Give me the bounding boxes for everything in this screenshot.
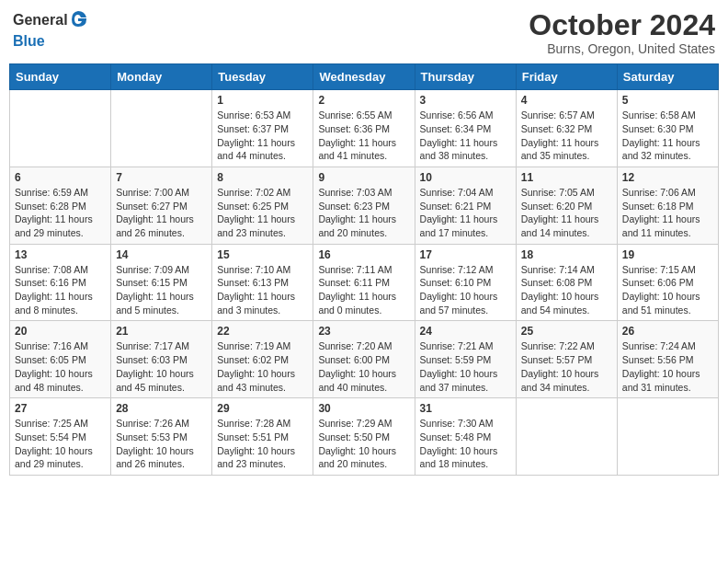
day-number: 23 (318, 325, 409, 338)
logo: General Blue (13, 9, 88, 50)
calendar-table: SundayMondayTuesdayWednesdayThursdayFrid… (9, 63, 719, 476)
logo-text-general: General (13, 12, 68, 28)
calendar-cell: 10Sunrise: 7:04 AM Sunset: 6:21 PM Dayli… (415, 167, 516, 244)
calendar-week-row: 13Sunrise: 7:08 AM Sunset: 6:16 PM Dayli… (10, 244, 719, 321)
day-info: Sunrise: 7:09 AM Sunset: 6:15 PM Dayligh… (116, 263, 207, 317)
day-number: 11 (521, 171, 612, 184)
day-number: 20 (15, 325, 106, 338)
day-number: 16 (318, 248, 409, 261)
calendar-cell: 21Sunrise: 7:17 AM Sunset: 6:03 PM Dayli… (111, 321, 212, 398)
weekday-header: Thursday (415, 64, 516, 90)
calendar-cell (516, 398, 617, 476)
logo-icon (68, 9, 88, 29)
day-number: 7 (116, 171, 207, 184)
calendar-header-row: SundayMondayTuesdayWednesdayThursdayFrid… (10, 64, 719, 90)
calendar-cell: 2Sunrise: 6:55 AM Sunset: 6:36 PM Daylig… (313, 90, 415, 167)
day-number: 14 (116, 248, 207, 261)
calendar-cell: 28Sunrise: 7:26 AM Sunset: 5:53 PM Dayli… (111, 398, 212, 476)
calendar-cell (111, 90, 212, 167)
calendar-cell: 5Sunrise: 6:58 AM Sunset: 6:30 PM Daylig… (617, 90, 718, 167)
calendar-cell: 14Sunrise: 7:09 AM Sunset: 6:15 PM Dayli… (111, 244, 212, 321)
calendar-cell: 29Sunrise: 7:28 AM Sunset: 5:51 PM Dayli… (212, 398, 313, 476)
calendar-cell: 15Sunrise: 7:10 AM Sunset: 6:13 PM Dayli… (212, 244, 313, 321)
day-info: Sunrise: 7:17 AM Sunset: 6:03 PM Dayligh… (116, 339, 207, 394)
day-number: 4 (521, 94, 612, 107)
calendar-cell: 31Sunrise: 7:30 AM Sunset: 5:48 PM Dayli… (415, 398, 516, 476)
day-number: 1 (217, 94, 308, 107)
weekday-header: Sunday (10, 64, 111, 90)
calendar-cell: 6Sunrise: 6:59 AM Sunset: 6:28 PM Daylig… (10, 167, 111, 244)
calendar-cell: 16Sunrise: 7:11 AM Sunset: 6:11 PM Dayli… (313, 244, 415, 321)
calendar-cell: 8Sunrise: 7:02 AM Sunset: 6:25 PM Daylig… (212, 167, 313, 244)
day-number: 10 (420, 171, 511, 184)
day-number: 25 (521, 325, 612, 338)
calendar-week-row: 20Sunrise: 7:16 AM Sunset: 6:05 PM Dayli… (10, 321, 719, 398)
calendar-cell: 9Sunrise: 7:03 AM Sunset: 6:23 PM Daylig… (313, 167, 415, 244)
calendar-cell: 3Sunrise: 6:56 AM Sunset: 6:34 PM Daylig… (415, 90, 516, 167)
day-info: Sunrise: 7:28 AM Sunset: 5:51 PM Dayligh… (217, 417, 308, 471)
day-info: Sunrise: 7:20 AM Sunset: 6:00 PM Dayligh… (318, 339, 409, 394)
day-info: Sunrise: 7:30 AM Sunset: 5:48 PM Dayligh… (420, 417, 511, 471)
calendar-cell: 13Sunrise: 7:08 AM Sunset: 6:16 PM Dayli… (10, 244, 111, 321)
day-number: 3 (420, 94, 511, 107)
day-number: 18 (521, 248, 612, 261)
day-number: 22 (217, 325, 308, 338)
day-info: Sunrise: 7:22 AM Sunset: 5:57 PM Dayligh… (521, 339, 612, 394)
day-number: 24 (420, 325, 511, 338)
calendar-cell: 23Sunrise: 7:20 AM Sunset: 6:00 PM Dayli… (313, 321, 415, 398)
page-header: General Blue October 2024 Burns, Oregon,… (9, 9, 719, 56)
day-number: 21 (116, 325, 207, 338)
calendar-cell: 30Sunrise: 7:29 AM Sunset: 5:50 PM Dayli… (313, 398, 415, 476)
calendar-cell: 27Sunrise: 7:25 AM Sunset: 5:54 PM Dayli… (10, 398, 111, 476)
calendar-cell: 24Sunrise: 7:21 AM Sunset: 5:59 PM Dayli… (415, 321, 516, 398)
title-section: October 2024 Burns, Oregon, United State… (529, 9, 715, 56)
calendar-body: 1Sunrise: 6:53 AM Sunset: 6:37 PM Daylig… (10, 90, 719, 476)
day-number: 6 (15, 171, 106, 184)
weekday-header: Friday (516, 64, 617, 90)
day-number: 26 (622, 325, 713, 338)
calendar-week-row: 1Sunrise: 6:53 AM Sunset: 6:37 PM Daylig… (10, 90, 719, 167)
day-info: Sunrise: 7:25 AM Sunset: 5:54 PM Dayligh… (15, 417, 106, 471)
calendar-cell: 20Sunrise: 7:16 AM Sunset: 6:05 PM Dayli… (10, 321, 111, 398)
day-number: 30 (318, 402, 409, 415)
day-info: Sunrise: 7:04 AM Sunset: 6:21 PM Dayligh… (420, 186, 511, 240)
day-info: Sunrise: 6:53 AM Sunset: 6:37 PM Dayligh… (217, 109, 308, 163)
day-info: Sunrise: 7:08 AM Sunset: 6:16 PM Dayligh… (15, 263, 106, 317)
day-number: 15 (217, 248, 308, 261)
month-title: October 2024 (529, 9, 715, 41)
calendar-week-row: 27Sunrise: 7:25 AM Sunset: 5:54 PM Dayli… (10, 398, 719, 476)
day-number: 2 (318, 94, 409, 107)
day-info: Sunrise: 7:24 AM Sunset: 5:56 PM Dayligh… (622, 339, 713, 394)
logo-text-blue: Blue (13, 33, 45, 49)
calendar-cell (617, 398, 718, 476)
calendar-cell: 7Sunrise: 7:00 AM Sunset: 6:27 PM Daylig… (111, 167, 212, 244)
day-info: Sunrise: 7:05 AM Sunset: 6:20 PM Dayligh… (521, 186, 612, 240)
calendar-cell: 26Sunrise: 7:24 AM Sunset: 5:56 PM Dayli… (617, 321, 718, 398)
calendar-cell: 17Sunrise: 7:12 AM Sunset: 6:10 PM Dayli… (415, 244, 516, 321)
day-number: 31 (420, 402, 511, 415)
day-info: Sunrise: 7:29 AM Sunset: 5:50 PM Dayligh… (318, 417, 409, 471)
day-info: Sunrise: 7:06 AM Sunset: 6:18 PM Dayligh… (622, 186, 713, 240)
day-number: 17 (420, 248, 511, 261)
day-info: Sunrise: 7:21 AM Sunset: 5:59 PM Dayligh… (420, 339, 511, 394)
day-number: 19 (622, 248, 713, 261)
day-info: Sunrise: 6:58 AM Sunset: 6:30 PM Dayligh… (622, 109, 713, 163)
day-info: Sunrise: 7:10 AM Sunset: 6:13 PM Dayligh… (217, 263, 308, 317)
calendar-cell (10, 90, 111, 167)
day-info: Sunrise: 7:12 AM Sunset: 6:10 PM Dayligh… (420, 263, 511, 317)
day-info: Sunrise: 7:02 AM Sunset: 6:25 PM Dayligh… (217, 186, 308, 240)
day-info: Sunrise: 7:26 AM Sunset: 5:53 PM Dayligh… (116, 417, 207, 471)
day-number: 9 (318, 171, 409, 184)
weekday-header: Tuesday (212, 64, 313, 90)
calendar-cell: 22Sunrise: 7:19 AM Sunset: 6:02 PM Dayli… (212, 321, 313, 398)
calendar-week-row: 6Sunrise: 6:59 AM Sunset: 6:28 PM Daylig… (10, 167, 719, 244)
day-info: Sunrise: 6:55 AM Sunset: 6:36 PM Dayligh… (318, 109, 409, 163)
calendar-cell: 12Sunrise: 7:06 AM Sunset: 6:18 PM Dayli… (617, 167, 718, 244)
day-number: 8 (217, 171, 308, 184)
day-info: Sunrise: 7:14 AM Sunset: 6:08 PM Dayligh… (521, 263, 612, 317)
weekday-header: Monday (111, 64, 212, 90)
day-number: 12 (622, 171, 713, 184)
day-number: 27 (15, 402, 106, 415)
day-info: Sunrise: 7:16 AM Sunset: 6:05 PM Dayligh… (15, 339, 106, 394)
day-info: Sunrise: 7:15 AM Sunset: 6:06 PM Dayligh… (622, 263, 713, 317)
